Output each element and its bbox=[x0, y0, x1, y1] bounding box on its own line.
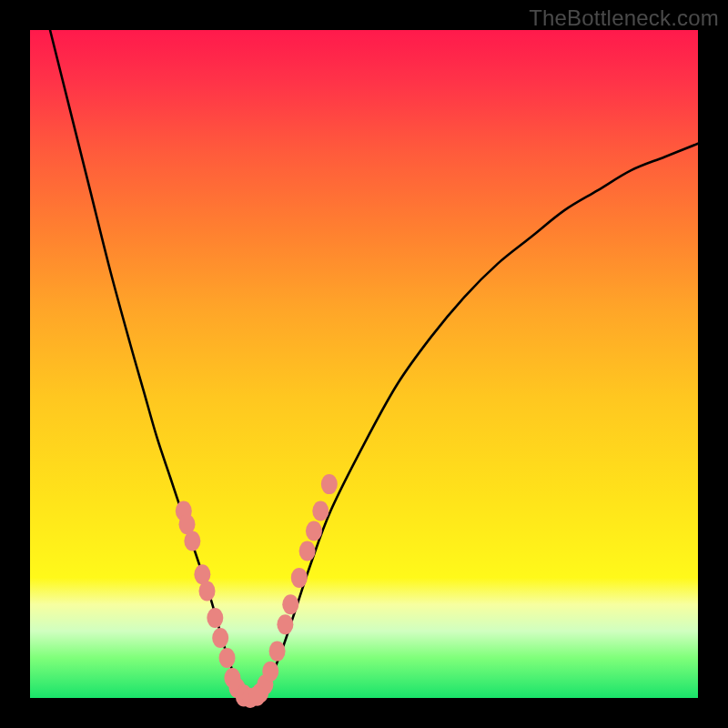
watermark-text: TheBottleneck.com bbox=[529, 5, 719, 31]
marker-point bbox=[282, 594, 298, 614]
bottleneck-curve bbox=[50, 30, 698, 700]
plot-area bbox=[30, 30, 698, 698]
marker-point bbox=[184, 531, 200, 551]
marker-point bbox=[321, 474, 338, 494]
chart-frame: TheBottleneck.com bbox=[0, 0, 728, 728]
marker-point bbox=[277, 614, 293, 634]
marker-point bbox=[199, 581, 216, 602]
marker-cluster-right bbox=[252, 474, 338, 703]
marker-point bbox=[212, 628, 228, 648]
marker-point bbox=[249, 686, 266, 706]
marker-point bbox=[306, 521, 322, 541]
marker-point bbox=[207, 608, 223, 628]
marker-cluster-left bbox=[176, 500, 252, 704]
marker-point bbox=[219, 648, 236, 668]
marker-point bbox=[262, 662, 278, 682]
marker-point bbox=[312, 500, 329, 521]
marker-point bbox=[299, 541, 316, 561]
marker-cluster-bottom bbox=[236, 686, 266, 708]
chart-svg bbox=[30, 30, 698, 698]
marker-point bbox=[291, 568, 308, 588]
marker-point bbox=[269, 642, 286, 662]
